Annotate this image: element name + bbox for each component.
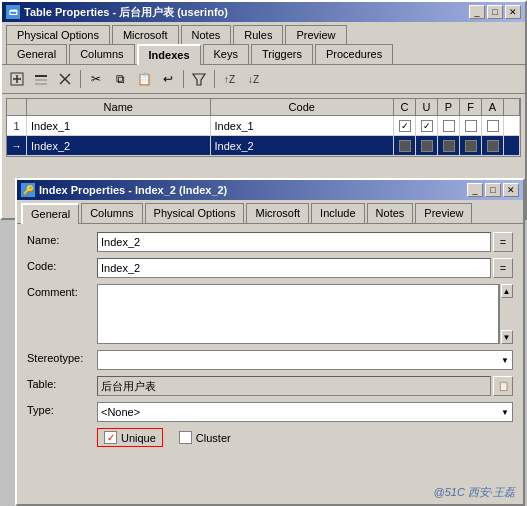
inner-tab-microsoft[interactable]: Microsoft: [246, 203, 309, 223]
unique-checkbox[interactable]: ✓: [104, 431, 117, 444]
tab-triggers[interactable]: Triggers: [251, 44, 313, 64]
row-u-2: [416, 136, 438, 155]
inner-maximize-button[interactable]: □: [485, 183, 501, 197]
grid-header: Name Code C U P F A: [7, 99, 520, 116]
indexes-grid: Name Code C U P F A 1 Index_1 Index_1 → …: [6, 98, 521, 157]
table-browse-btn[interactable]: 📋: [493, 376, 513, 396]
code-input[interactable]: [97, 258, 491, 278]
table-input[interactable]: [97, 376, 491, 396]
col-code: Code: [211, 99, 395, 115]
tab-preview[interactable]: Preview: [285, 25, 346, 44]
insert-index-button[interactable]: [30, 68, 52, 90]
row-f-1: [460, 116, 482, 135]
inner-tab-general[interactable]: General: [21, 203, 79, 224]
col-a: A: [482, 99, 504, 115]
code-row: Code: =: [27, 258, 513, 278]
row-scroll-1: [504, 116, 520, 135]
type-row: Type: <None> ▼: [27, 402, 513, 422]
inner-minimize-button[interactable]: _: [467, 183, 483, 197]
inner-tab-include[interactable]: Include: [311, 203, 364, 223]
minimize-button[interactable]: _: [469, 5, 485, 19]
inner-tab-notes[interactable]: Notes: [367, 203, 414, 223]
cut-button[interactable]: ✂: [85, 68, 107, 90]
inner-tab-physical-options[interactable]: Physical Options: [145, 203, 245, 223]
row-a-1: [482, 116, 504, 135]
col-name: Name: [27, 99, 211, 115]
cluster-checkbox-item: Cluster: [179, 431, 231, 444]
stereotype-row: Stereotype: ▼: [27, 350, 513, 370]
row-arrow-2: →: [7, 136, 27, 155]
tab-general[interactable]: General: [6, 44, 67, 64]
tab-indexes[interactable]: Indexes: [137, 44, 201, 65]
svg-rect-4: [35, 79, 47, 81]
table-row[interactable]: → Index_2 Index_2: [7, 136, 520, 156]
new-index-button[interactable]: [6, 68, 28, 90]
tab-row-2: General Columns Indexes Keys Triggers Pr…: [2, 44, 525, 65]
row-p-1: [438, 116, 460, 135]
comment-scrollbar[interactable]: ▲ ▼: [499, 284, 513, 344]
checkbox-area: ✓ Unique Cluster: [97, 428, 513, 447]
svg-rect-3: [35, 75, 47, 77]
toolbar-separator-2: [183, 70, 184, 88]
code-label: Code:: [27, 258, 97, 272]
col-f: F: [460, 99, 482, 115]
comment-label: Comment:: [27, 284, 97, 298]
inner-tab-strip: General Columns Physical Options Microso…: [17, 200, 523, 224]
name-label: Name:: [27, 232, 97, 246]
toolbar-separator-1: [80, 70, 81, 88]
row-u-1: [416, 116, 438, 135]
inner-window-title: Index Properties - Index_2 (Index_2): [39, 184, 227, 196]
table-row[interactable]: 1 Index_1 Index_1: [7, 116, 520, 136]
type-label: Type:: [27, 402, 97, 416]
inner-tab-preview[interactable]: Preview: [415, 203, 472, 223]
tab-columns[interactable]: Columns: [69, 44, 134, 64]
row-name-2: Index_2: [27, 136, 211, 155]
copy-button[interactable]: ⧉: [109, 68, 131, 90]
inner-close-button[interactable]: ✕: [503, 183, 519, 197]
inner-tab-columns[interactable]: Columns: [81, 203, 142, 223]
outer-window-icon: 🗃: [6, 5, 20, 19]
cluster-checkbox[interactable]: [179, 431, 192, 444]
index-properties-window: 🔑 Index Properties - Index_2 (Index_2) _…: [15, 178, 525, 506]
row-a-2: [482, 136, 504, 155]
row-name-1: Index_1: [27, 116, 211, 135]
tab-notes[interactable]: Notes: [181, 25, 232, 44]
name-input[interactable]: [97, 232, 491, 252]
sort-desc-button[interactable]: ↓Z: [243, 68, 265, 90]
row-c-2: [394, 136, 416, 155]
sort-asc-button[interactable]: ↑Z: [219, 68, 241, 90]
tab-physical-options[interactable]: Physical Options: [6, 25, 110, 44]
stereotype-label: Stereotype:: [27, 350, 97, 364]
row-scroll-2: [504, 136, 520, 155]
paste-button[interactable]: 📋: [133, 68, 155, 90]
name-equals-btn[interactable]: =: [493, 232, 513, 252]
close-button[interactable]: ✕: [505, 5, 521, 19]
tab-microsoft[interactable]: Microsoft: [112, 25, 179, 44]
tab-keys[interactable]: Keys: [203, 44, 249, 64]
tab-rules[interactable]: Rules: [233, 25, 283, 44]
filter-button[interactable]: [188, 68, 210, 90]
type-select[interactable]: <None> ▼: [97, 402, 513, 422]
col-p: P: [438, 99, 460, 115]
col-scroll: [504, 99, 520, 115]
outer-window-title: Table Properties - 后台用户表 (userinfo): [24, 5, 228, 20]
inner-window-icon: 🔑: [21, 183, 35, 197]
row-p-2: [438, 136, 460, 155]
table-label: Table:: [27, 376, 97, 390]
comment-textarea[interactable]: [97, 284, 499, 344]
row-c-1: [394, 116, 416, 135]
tab-procedures[interactable]: Procedures: [315, 44, 393, 64]
maximize-button[interactable]: □: [487, 5, 503, 19]
row-code-1: Index_1: [211, 116, 395, 135]
watermark: @51C 西安·王磊: [434, 485, 515, 500]
code-equals-btn[interactable]: =: [493, 258, 513, 278]
svg-text:↓Z: ↓Z: [248, 74, 259, 85]
col-num: [7, 99, 27, 115]
stereotype-select[interactable]: ▼: [97, 350, 513, 370]
name-row: Name: =: [27, 232, 513, 252]
undo-button[interactable]: ↩: [157, 68, 179, 90]
table-input-group: 📋: [97, 376, 513, 396]
delete-index-button[interactable]: [54, 68, 76, 90]
row-code-2: Index_2: [211, 136, 395, 155]
toolbar-separator-3: [214, 70, 215, 88]
